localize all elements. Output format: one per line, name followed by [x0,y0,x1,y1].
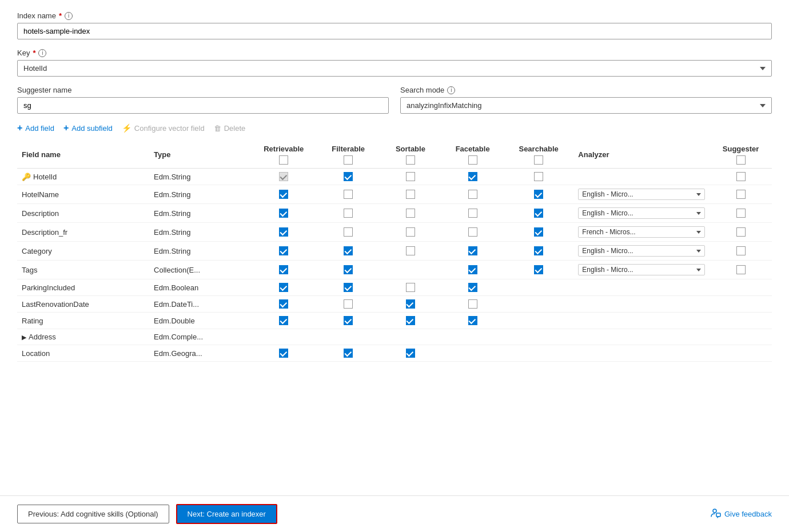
analyzer-dropdown[interactable]: English - Micro... [578,245,705,257]
field-checkbox[interactable] [406,172,415,181]
field-facetable-cell [441,223,504,242]
field-checkbox[interactable] [736,190,746,199]
field-checkbox[interactable] [406,246,415,255]
field-checkbox[interactable] [534,246,543,255]
th-searchable-checkbox[interactable] [534,155,543,165]
field-facetable-cell [441,296,504,313]
field-checkbox[interactable] [344,349,353,358]
field-checkbox[interactable] [406,209,415,218]
index-name-input[interactable] [17,23,772,39]
field-checkbox[interactable] [279,190,288,199]
analyzer-dropdown[interactable]: English - Micro... [578,207,705,219]
field-checkbox[interactable] [344,316,353,325]
field-analyzer-cell [573,169,710,185]
field-checkbox[interactable] [279,246,288,255]
field-checkbox[interactable] [344,227,353,237]
field-searchable-cell [504,345,573,362]
field-type: Edm.String [154,247,190,255]
field-checkbox[interactable] [468,227,477,237]
field-checkbox[interactable] [736,209,746,218]
delete-button[interactable]: 🗑 Delete [214,124,246,133]
field-name-cell: ▶Address [17,329,149,345]
field-checkbox[interactable] [279,299,288,309]
field-checkbox[interactable] [468,172,477,181]
next-button[interactable]: Next: Create an indexer [176,504,277,524]
field-checkbox[interactable] [468,283,477,292]
give-feedback-button[interactable]: Give feedback [711,508,772,521]
field-checkbox[interactable] [344,190,353,199]
add-subfield-label: Add subfield [71,124,113,133]
field-checkbox[interactable] [279,227,288,237]
field-checkbox[interactable] [279,172,288,181]
field-checkbox[interactable] [534,265,543,274]
field-filterable-cell [317,204,380,223]
field-checkbox[interactable] [468,316,477,325]
field-checkbox[interactable] [736,227,746,237]
field-checkbox[interactable] [534,227,543,237]
field-checkbox[interactable] [468,209,477,218]
field-checkbox[interactable] [279,265,288,274]
footer-bar: Previous: Add cognitive skills (Optional… [0,495,789,532]
field-type-cell: Edm.Double [149,313,250,329]
analyzer-dropdown[interactable]: English - Micro... [578,189,705,200]
field-checkbox[interactable] [344,209,353,218]
key-dropdown[interactable]: HotelId [17,60,772,77]
field-checkbox[interactable] [468,265,477,274]
th-suggester-checkbox[interactable] [736,155,746,165]
field-checkbox[interactable] [534,209,543,218]
index-name-info-icon[interactable]: i [65,12,73,20]
add-subfield-plus-icon: + [63,123,69,133]
field-checkbox[interactable] [344,172,353,181]
field-checkbox[interactable] [534,172,543,181]
key-info-icon[interactable]: i [38,49,46,57]
th-filterable-checkbox[interactable] [344,155,353,165]
suggester-name-input[interactable] [17,97,389,114]
analyzer-chevron-icon [696,250,701,253]
field-filterable-cell [317,169,380,185]
field-checkbox[interactable] [468,246,477,255]
field-checkbox[interactable] [279,209,288,218]
field-checkbox[interactable] [406,190,415,199]
field-checkbox[interactable] [344,246,353,255]
field-checkbox[interactable] [279,349,288,358]
field-checkbox[interactable] [406,316,415,325]
field-checkbox[interactable] [534,190,543,199]
field-checkbox[interactable] [406,299,415,309]
configure-vector-label: Configure vector field [134,124,205,133]
th-retrievable-checkbox[interactable] [279,155,288,165]
field-checkbox[interactable] [279,283,288,292]
search-mode-info-icon[interactable]: i [447,86,455,94]
analyzer-dropdown[interactable]: English - Micro... [578,264,705,275]
fields-toolbar: + Add field + Add subfield ⚡ Configure v… [17,123,772,133]
th-suggester: Suggester [710,141,772,169]
configure-vector-button[interactable]: ⚡ Configure vector field [122,123,205,133]
th-sortable-checkbox[interactable] [406,155,415,165]
field-name: Description_fr [22,228,67,237]
field-checkbox[interactable] [344,265,353,274]
search-mode-dropdown[interactable]: analyzingInfixMatching [400,97,772,114]
expand-icon[interactable]: ▶ [22,334,26,341]
add-field-button[interactable]: + Add field [17,123,54,133]
field-checkbox[interactable] [736,172,746,181]
field-sortable-cell [380,169,442,185]
add-field-label: Add field [25,124,54,133]
field-checkbox[interactable] [736,246,746,255]
analyzer-dropdown[interactable]: French - Micros... [578,226,705,238]
add-subfield-button[interactable]: + Add subfield [63,123,113,133]
field-checkbox[interactable] [344,299,353,309]
field-checkbox[interactable] [344,283,353,292]
field-checkbox[interactable] [468,299,477,309]
field-checkbox[interactable] [406,283,415,292]
field-sortable-cell [380,204,442,223]
field-checkbox[interactable] [468,190,477,199]
field-checkbox[interactable] [279,316,288,325]
field-checkbox[interactable] [406,349,415,358]
prev-button[interactable]: Previous: Add cognitive skills (Optional… [17,505,169,523]
feedback-icon [711,508,721,521]
field-analyzer-cell: French - Micros... [573,223,710,242]
field-checkbox[interactable] [736,265,746,274]
th-facetable-checkbox[interactable] [468,155,477,165]
required-star-index: * [59,11,62,20]
field-searchable-cell [504,204,573,223]
field-checkbox[interactable] [406,227,415,237]
